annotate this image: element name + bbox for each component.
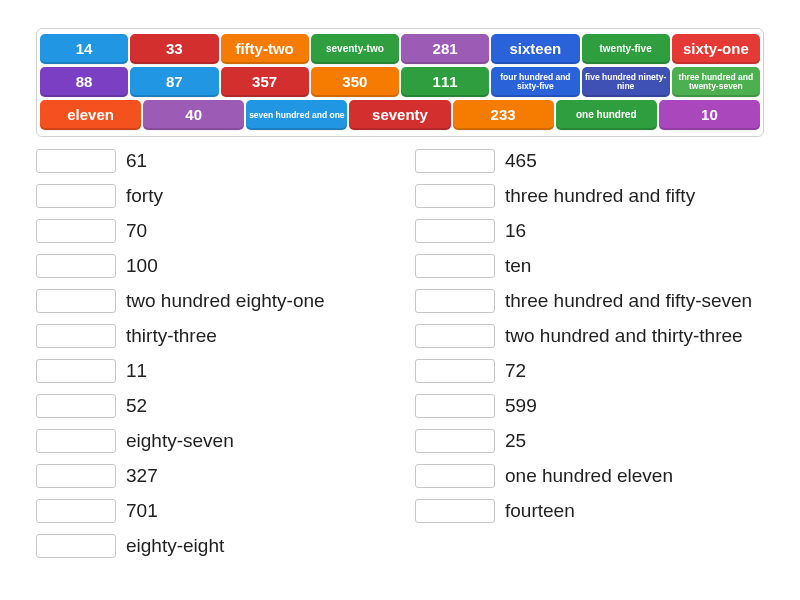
answers-left-column: 61forty70100two hundred eighty-onethirty… [36, 149, 385, 569]
bank-row: 1433fifty-twoseventy-two281sixteentwenty… [40, 34, 760, 64]
drop-slot[interactable] [415, 324, 495, 348]
drop-slot[interactable] [415, 289, 495, 313]
drop-slot[interactable] [415, 429, 495, 453]
prompt-label: two hundred eighty-one [126, 290, 325, 312]
draggable-tile[interactable]: four hundred and sixty-five [491, 67, 579, 97]
draggable-tile[interactable]: 87 [130, 67, 218, 97]
prompt-label: 11 [126, 360, 147, 382]
drop-slot[interactable] [36, 429, 116, 453]
draggable-tile[interactable]: 10 [659, 100, 760, 130]
draggable-tile[interactable]: sixty-one [672, 34, 760, 64]
draggable-tile[interactable]: seven hundred and one [246, 100, 347, 130]
draggable-tile[interactable]: 111 [401, 67, 489, 97]
answer-pair: fourteen [415, 499, 764, 523]
prompt-label: 52 [126, 395, 147, 417]
answer-pair: three hundred and fifty-seven [415, 289, 764, 313]
prompt-label: eighty-eight [126, 535, 224, 557]
drop-slot[interactable] [36, 464, 116, 488]
prompt-label: 100 [126, 255, 158, 277]
prompt-label: three hundred and fifty [505, 185, 695, 207]
drop-slot[interactable] [415, 464, 495, 488]
answer-pair: 11 [36, 359, 385, 383]
draggable-tile[interactable]: twenty-five [582, 34, 670, 64]
drop-slot[interactable] [415, 359, 495, 383]
answer-pair: 72 [415, 359, 764, 383]
drop-slot[interactable] [415, 219, 495, 243]
drop-slot[interactable] [36, 219, 116, 243]
drop-slot[interactable] [36, 359, 116, 383]
drop-slot[interactable] [415, 394, 495, 418]
bank-row: 8887357350111four hundred and sixty-five… [40, 67, 760, 97]
tile-bank: 1433fifty-twoseventy-two281sixteentwenty… [36, 28, 764, 137]
answer-pair: three hundred and fifty [415, 184, 764, 208]
draggable-tile[interactable]: three hundred and twenty-seven [672, 67, 760, 97]
prompt-label: 465 [505, 150, 537, 172]
answer-pair: 465 [415, 149, 764, 173]
answer-pair: eighty-seven [36, 429, 385, 453]
draggable-tile[interactable]: 281 [401, 34, 489, 64]
draggable-tile[interactable]: 88 [40, 67, 128, 97]
answer-pair: 61 [36, 149, 385, 173]
prompt-label: 599 [505, 395, 537, 417]
prompt-label: thirty-three [126, 325, 217, 347]
answer-pair: 16 [415, 219, 764, 243]
drop-slot[interactable] [36, 149, 116, 173]
prompt-label: 25 [505, 430, 526, 452]
answer-pair: 100 [36, 254, 385, 278]
prompt-label: 72 [505, 360, 526, 382]
drop-slot[interactable] [415, 149, 495, 173]
draggable-tile[interactable]: one hundred [556, 100, 657, 130]
drop-slot[interactable] [36, 184, 116, 208]
prompt-label: two hundred and thirty-three [505, 325, 743, 347]
answer-pair: 701 [36, 499, 385, 523]
draggable-tile[interactable]: eleven [40, 100, 141, 130]
draggable-tile[interactable]: 233 [453, 100, 554, 130]
prompt-label: three hundred and fifty-seven [505, 290, 752, 312]
answers-area: 61forty70100two hundred eighty-onethirty… [36, 147, 764, 569]
draggable-tile[interactable]: five hundred ninety-nine [582, 67, 670, 97]
prompt-label: eighty-seven [126, 430, 234, 452]
answers-right-column: 465three hundred and fifty16tenthree hun… [415, 149, 764, 569]
answer-pair: 327 [36, 464, 385, 488]
draggable-tile[interactable]: 40 [143, 100, 244, 130]
prompt-label: ten [505, 255, 531, 277]
answer-pair: one hundred eleven [415, 464, 764, 488]
drop-slot[interactable] [36, 499, 116, 523]
answer-pair: two hundred and thirty-three [415, 324, 764, 348]
answer-pair: 599 [415, 394, 764, 418]
drop-slot[interactable] [36, 534, 116, 558]
drop-slot[interactable] [36, 324, 116, 348]
answer-pair: 25 [415, 429, 764, 453]
bank-row: eleven40seven hundred and oneseventy233o… [40, 100, 760, 130]
prompt-label: 16 [505, 220, 526, 242]
drop-slot[interactable] [415, 184, 495, 208]
drop-slot[interactable] [36, 289, 116, 313]
draggable-tile[interactable]: 14 [40, 34, 128, 64]
prompt-label: 70 [126, 220, 147, 242]
answer-pair: 52 [36, 394, 385, 418]
drop-slot[interactable] [36, 394, 116, 418]
answer-pair: thirty-three [36, 324, 385, 348]
draggable-tile[interactable]: 350 [311, 67, 399, 97]
prompt-label: forty [126, 185, 163, 207]
answer-pair: forty [36, 184, 385, 208]
draggable-tile[interactable]: fifty-two [221, 34, 309, 64]
draggable-tile[interactable]: 33 [130, 34, 218, 64]
answer-pair: 70 [36, 219, 385, 243]
drop-slot[interactable] [415, 499, 495, 523]
prompt-label: 61 [126, 150, 147, 172]
answer-pair: two hundred eighty-one [36, 289, 385, 313]
draggable-tile[interactable]: sixteen [491, 34, 579, 64]
draggable-tile[interactable]: seventy [349, 100, 450, 130]
prompt-label: 327 [126, 465, 158, 487]
prompt-label: fourteen [505, 500, 575, 522]
draggable-tile[interactable]: seventy-two [311, 34, 399, 64]
prompt-label: 701 [126, 500, 158, 522]
drop-slot[interactable] [415, 254, 495, 278]
draggable-tile[interactable]: 357 [221, 67, 309, 97]
drop-slot[interactable] [36, 254, 116, 278]
answer-pair: ten [415, 254, 764, 278]
prompt-label: one hundred eleven [505, 465, 673, 487]
answer-pair: eighty-eight [36, 534, 385, 558]
